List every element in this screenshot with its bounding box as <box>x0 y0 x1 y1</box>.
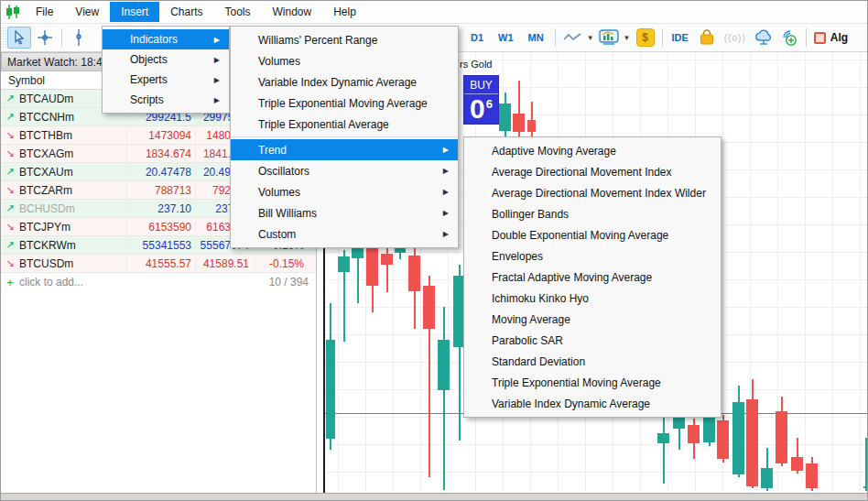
click-to-add[interactable]: click to add... <box>19 276 83 289</box>
menu-item-label: Triple Exponential Moving Average <box>258 97 449 110</box>
candle-body-down <box>381 254 393 265</box>
menu-item-indicators[interactable]: Indicators▶ <box>103 29 229 49</box>
menu-item-label: Variable Index Dynamic Average <box>492 398 711 410</box>
menu-item-trend[interactable]: Trend▶ <box>231 139 458 160</box>
crosshair-icon <box>37 29 53 46</box>
menu-item-label: Objects <box>130 53 203 66</box>
bid-price: 788713 <box>125 184 191 197</box>
symbol-counter: 10 / 394 <box>269 276 316 289</box>
menu-view[interactable]: View <box>64 2 110 22</box>
dropdown-caret-icon[interactable]: ▼ <box>587 34 594 42</box>
timeframe-d1-button[interactable]: D1 <box>463 28 491 47</box>
candle-wick <box>443 307 445 490</box>
menu-item-double-exponential-moving-average[interactable]: Double Exponential Moving Average <box>464 224 721 245</box>
menu-item-williams-percent-range[interactable]: Williams' Percent Range <box>231 29 458 50</box>
menu-insert[interactable]: Insert <box>110 2 159 22</box>
menu-item-label: Parabolic SAR <box>492 334 711 347</box>
buy-label: BUY <box>464 76 498 94</box>
cloud-icon <box>754 29 774 46</box>
menu-item-variable-index-dynamic-average[interactable]: Variable Index Dynamic Average <box>464 393 721 414</box>
menu-item-label: Moving Average <box>492 313 711 326</box>
timeframe-mn-button[interactable]: MN <box>521 28 551 47</box>
market-store-button[interactable] <box>695 27 719 49</box>
menu-item-bollinger-bands[interactable]: Bollinger Bands <box>464 203 721 224</box>
candle-body-up <box>499 103 511 131</box>
menu-item-ichimoku-kinko-hyo[interactable]: Ichimoku Kinko Hyo <box>464 288 721 309</box>
menu-item-bill-williams[interactable]: Bill Williams▶ <box>231 202 458 223</box>
market-watch-row-btcusdm[interactable]: ↘BTCUSDm41555.5741589.51-0.15% <box>1 255 316 273</box>
symbol-name: BCHUSDm <box>19 202 125 215</box>
column-divider <box>195 90 196 273</box>
dropdown-caret-icon[interactable]: ▼ <box>624 34 631 42</box>
down-arrow-icon: ↘ <box>1 147 19 159</box>
vertical-line-tool-button[interactable] <box>67 27 91 49</box>
menu-item-envelopes[interactable]: Envelopes <box>464 245 721 267</box>
menu-charts[interactable]: Charts <box>159 2 213 22</box>
chart-title-fragment: rs Gold <box>460 59 492 70</box>
menu-item-experts[interactable]: Experts▶ <box>103 70 229 90</box>
candle-body-down <box>366 243 378 286</box>
submenu-arrow-icon: ▶ <box>214 56 220 64</box>
mt5-window: File View Insert Charts Tools Window Hel… <box>0 0 868 501</box>
menu-item-label: Custom <box>258 228 432 241</box>
line-studies-button[interactable] <box>560 27 584 49</box>
menu-item-triple-exponential-moving-average[interactable]: Triple Exponential Moving Average <box>464 372 721 393</box>
cloud-button[interactable] <box>752 27 776 49</box>
menu-item-scripts[interactable]: Scripts▶ <box>103 90 229 110</box>
ide-button[interactable]: IDE <box>667 28 694 47</box>
candle-body-down <box>423 286 435 329</box>
candle-body-up <box>338 256 350 272</box>
cursor-tool-button[interactable] <box>7 27 31 49</box>
add-broker-button[interactable] <box>777 27 801 49</box>
submenu-arrow-icon: ▶ <box>443 167 449 175</box>
menu-item-triple-exponential-moving-average[interactable]: Triple Exponential Moving Average <box>231 93 458 114</box>
candle-body-up <box>326 340 335 439</box>
indicator-window-icon <box>599 29 619 46</box>
menu-help[interactable]: Help <box>322 2 367 22</box>
menu-item-adaptive-moving-average[interactable]: Adaptive Moving Average <box>464 140 721 161</box>
bid-price: 41555.57 <box>125 257 191 270</box>
menu-item-label: Oscillators <box>258 165 432 178</box>
submenu-arrow-icon: ▶ <box>443 188 449 196</box>
menu-item-label: Variable Index Dynamic Average <box>258 76 449 89</box>
menu-item-parabolic-sar[interactable]: Parabolic SAR <box>464 330 721 351</box>
submenu-arrow-icon: ▶ <box>443 230 449 238</box>
menu-item-label: Ichimoku Kinko Hyo <box>492 292 711 305</box>
menu-item-objects[interactable]: Objects▶ <box>103 49 229 70</box>
algo-trading-stop-icon[interactable] <box>814 32 826 44</box>
indicator-list-button[interactable] <box>597 27 621 49</box>
menu-item-label: Fractal Adaptive Moving Average <box>492 271 711 284</box>
candle-body-up <box>438 340 450 390</box>
bid-price: 6153590 <box>125 221 191 234</box>
menu-window[interactable]: Window <box>262 2 323 22</box>
candle-body-down <box>688 425 700 443</box>
menu-item-custom[interactable]: Custom▶ <box>231 223 458 245</box>
menu-item-label: Williams' Percent Range <box>258 34 449 47</box>
menu-item-oscillators[interactable]: Oscillators▶ <box>231 160 458 181</box>
menu-item-standard-deviation[interactable]: Standard Deviation <box>464 351 721 372</box>
menu-item-average-directional-movement-index[interactable]: Average Directional Movement Index <box>464 161 721 182</box>
algo-trading-button[interactable]: Alg <box>830 31 848 44</box>
menu-item-label: Volumes <box>258 186 432 199</box>
menu-item-volumes[interactable]: Volumes <box>231 50 458 71</box>
menu-item-fractal-adaptive-moving-average[interactable]: Fractal Adaptive Moving Average <box>464 267 721 288</box>
menu-item-triple-exponential-average[interactable]: Triple Exponential Average <box>231 114 458 135</box>
menu-item-volumes[interactable]: Volumes▶ <box>231 181 458 202</box>
timeframe-w1-button[interactable]: W1 <box>491 28 521 47</box>
menu-item-variable-index-dynamic-average[interactable]: Variable Index Dynamic Average <box>231 71 458 93</box>
menu-tools[interactable]: Tools <box>214 2 262 22</box>
candle-body-down <box>776 411 787 463</box>
trade-dollar-button[interactable]: $ <box>636 28 655 47</box>
menu-file[interactable]: File <box>25 2 64 22</box>
metatrader-logo-icon <box>1 5 25 19</box>
menu-item-moving-average[interactable]: Moving Average <box>464 309 721 330</box>
buy-price: 06 <box>464 94 498 124</box>
symbol-name: BTCZARm <box>19 184 125 197</box>
one-click-buy-button[interactable]: BUY 06 <box>463 75 499 125</box>
bid-price: 20.47478 <box>125 166 191 179</box>
menu-item-label: Adaptive Moving Average <box>492 145 711 158</box>
menu-item-average-directional-movement-index-wilder[interactable]: Average Directional Movement Index Wilde… <box>464 182 721 203</box>
signals-icon[interactable]: ((o)) <box>724 33 746 43</box>
cursor-icon <box>12 30 27 45</box>
crosshair-tool-button[interactable] <box>33 27 57 49</box>
